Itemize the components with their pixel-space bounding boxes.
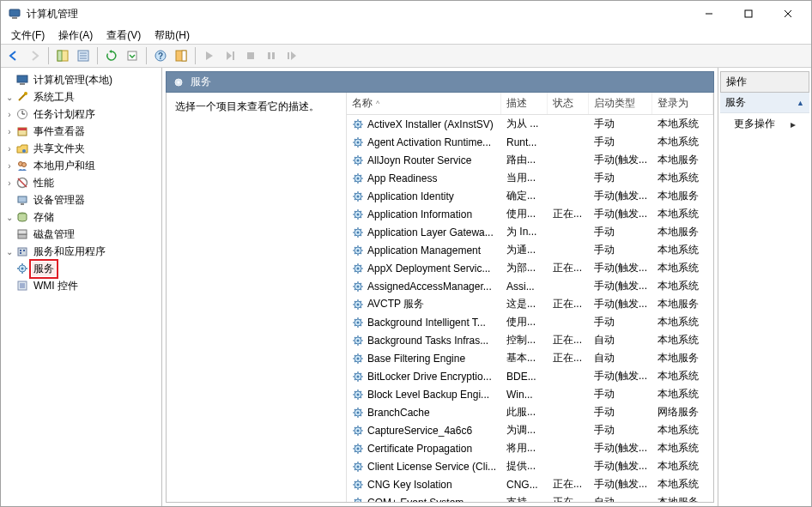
actions-sub[interactable]: 服务 ▲	[720, 93, 809, 113]
expand-icon[interactable]: ›	[4, 144, 15, 154]
svg-line-193	[361, 355, 361, 356]
column-description[interactable]: 描述	[501, 93, 548, 114]
step-service-button[interactable]	[221, 46, 239, 65]
expand-icon[interactable]: ›	[4, 161, 15, 171]
service-desc: 当用...	[501, 171, 548, 185]
tree-services[interactable]: 服务	[3, 260, 160, 277]
tree-event-viewer[interactable]: ›事件查看器	[3, 123, 160, 140]
service-startup: 自动	[589, 351, 652, 365]
service-row[interactable]: Block Level Backup Engi...Win...手动本地系统	[347, 385, 713, 403]
help-button[interactable]: ?	[151, 46, 170, 65]
tree-storage[interactable]: ⌄ 存储	[3, 208, 160, 226]
column-logon[interactable]: 登录为	[652, 93, 713, 114]
collapse-icon[interactable]: ⌄	[4, 93, 15, 102]
service-row[interactable]: AllJoyn Router Service路由...手动(触发...本地服务	[347, 151, 713, 169]
maximize-button[interactable]	[729, 1, 768, 27]
service-row[interactable]: Application Identity确定...手动(触发...本地服务	[347, 187, 713, 205]
actions-pane: 操作 服务 ▲ 更多操作 ▸	[718, 68, 811, 506]
tree-shared-folders[interactable]: ›共享文件夹	[3, 140, 160, 157]
column-startup[interactable]: 启动类型	[589, 93, 652, 114]
tree-local-users[interactable]: ›本地用户和组	[3, 157, 160, 174]
service-row[interactable]: Client License Service (Cli...提供...手动(触发…	[347, 457, 713, 475]
service-row[interactable]: Background Tasks Infras...控制...正在...自动本地…	[347, 331, 713, 349]
menu-action[interactable]: 操作(A)	[53, 27, 98, 44]
expand-icon[interactable]: ›	[4, 110, 15, 119]
service-row[interactable]: CaptureService_4a6c6为调...手动本地系统	[347, 421, 713, 439]
service-row[interactable]: AppX Deployment Servic...为部...正在...手动(触发…	[347, 259, 713, 277]
list-rows[interactable]: ActiveX Installer (AxInstSV)为从 ...手动本地系统…	[347, 115, 713, 502]
service-logon: 本地系统	[652, 117, 713, 131]
service-row[interactable]: BranchCache此服...手动网络服务	[347, 403, 713, 421]
service-row[interactable]: Base Filtering Engine基本...正在...自动本地服务	[347, 349, 713, 367]
column-state[interactable]: 状态	[548, 93, 589, 114]
menu-help[interactable]: 帮助(H)	[149, 27, 195, 44]
minimize-button[interactable]	[689, 1, 729, 27]
service-row[interactable]: Background Intelligent T...使用...手动本地系统	[347, 313, 713, 331]
expand-icon[interactable]: ›	[4, 127, 15, 136]
service-name: BitLocker Drive Encryptio...	[367, 371, 492, 383]
service-row[interactable]: App Readiness当用...手动本地系统	[347, 169, 713, 187]
tree-wmi[interactable]: WMI 控件	[3, 277, 160, 294]
stop-service-button[interactable]	[241, 46, 260, 65]
svg-point-205	[357, 393, 360, 395]
svg-line-211	[361, 396, 361, 397]
svg-line-171	[361, 324, 361, 325]
svg-point-65	[357, 141, 360, 143]
actions-more[interactable]: 更多操作 ▸	[720, 113, 809, 135]
tree-device-manager[interactable]: 设备管理器	[3, 191, 160, 208]
svg-point-55	[357, 123, 360, 125]
service-row[interactable]: BitLocker Drive Encryptio...BDE...手动(触发.…	[347, 367, 713, 385]
toolbar-separator	[146, 47, 147, 64]
export-list-button[interactable]	[123, 46, 142, 65]
tree-services-apps[interactable]: ⌄ 服务和应用程序	[3, 243, 160, 260]
collapse-icon[interactable]: ⌄	[4, 213, 15, 222]
action-pane-button[interactable]	[172, 46, 191, 65]
service-row[interactable]: CNG Key IsolationCNG...正在...手动(触发...本地系统	[347, 475, 713, 493]
service-row[interactable]: ActiveX Installer (AxInstSV)为从 ...手动本地系统	[347, 115, 713, 133]
column-name[interactable]: 名称^	[347, 93, 501, 114]
tree-performance[interactable]: ›性能	[3, 174, 160, 191]
svg-point-185	[357, 357, 360, 359]
service-row[interactable]: Certificate Propagation将用...手动(触发...本地系统	[347, 439, 713, 457]
tree-disk-management[interactable]: 磁盘管理	[3, 226, 160, 243]
service-row[interactable]: COM+ Event System支持...正在...自动本地服务	[347, 493, 713, 502]
service-row[interactable]: Application Layer Gatewa...为 In...手动本地服务	[347, 223, 713, 241]
close-button[interactable]	[768, 1, 808, 27]
expand-icon[interactable]: ›	[4, 178, 15, 188]
service-name: CaptureService_4a6c6	[367, 425, 472, 437]
tree-root[interactable]: 计算机管理(本地)	[3, 71, 160, 88]
service-row[interactable]: AssignedAccessManager...Assi...手动(触发...本…	[347, 277, 713, 295]
show-hide-tree-button[interactable]	[53, 46, 72, 65]
gear-icon	[352, 479, 364, 491]
refresh-button[interactable]	[102, 46, 121, 65]
pause-service-button[interactable]	[262, 46, 281, 65]
tree-task-scheduler[interactable]: ›任务计划程序	[3, 106, 160, 123]
start-service-button[interactable]	[200, 46, 219, 65]
navigation-tree[interactable]: 计算机管理(本地) ⌄ 系统工具 ›任务计划程序 ›事件查看器 ›共享文件夹 ›…	[1, 68, 162, 506]
back-button[interactable]	[4, 46, 23, 65]
service-startup: 手动	[589, 423, 652, 438]
service-row[interactable]: Agent Activation Runtime...Runt...手动本地系统	[347, 133, 713, 151]
svg-point-195	[357, 375, 360, 377]
collapse-icon[interactable]: ⌄	[4, 247, 15, 257]
service-row[interactable]: AVCTP 服务这是...正在...手动(触发...本地服务	[347, 295, 713, 313]
svg-line-210	[354, 391, 355, 392]
service-logon: 本地系统	[652, 261, 713, 275]
menu-view[interactable]: 查看(V)	[101, 27, 146, 44]
service-desc: 控制...	[501, 333, 548, 347]
service-desc: BDE...	[501, 371, 548, 383]
gear-icon	[352, 407, 364, 419]
svg-line-251	[361, 468, 361, 469]
properties-button[interactable]	[74, 46, 93, 65]
svg-point-115	[357, 231, 360, 233]
svg-line-231	[361, 432, 361, 433]
forward-button[interactable]	[25, 46, 44, 65]
svg-line-61	[361, 126, 361, 127]
service-row[interactable]: Application Information使用...正在...手动(触发..…	[347, 205, 713, 223]
gear-icon	[352, 335, 364, 347]
tree-system-tools[interactable]: ⌄ 系统工具	[3, 88, 160, 106]
service-row[interactable]: Application Management为通...手动本地系统	[347, 241, 713, 259]
svg-line-81	[361, 162, 361, 163]
restart-service-button[interactable]	[282, 46, 301, 65]
menu-file[interactable]: 文件(F)	[6, 27, 50, 44]
